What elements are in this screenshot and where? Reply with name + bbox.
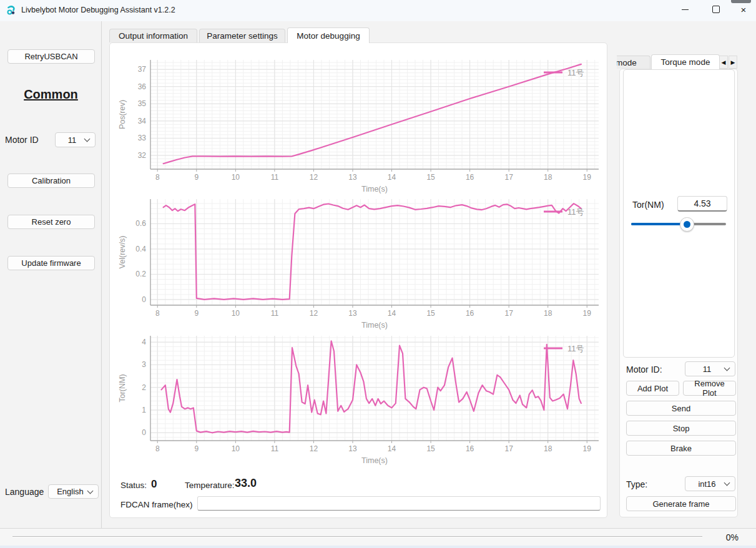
svg-text:16: 16 [466,309,474,318]
tab-mode-partial[interactable]: mode [617,56,650,69]
maximize-icon [712,6,720,13]
svg-text:16: 16 [466,444,474,453]
calibration-label: Calibration [32,176,71,185]
motor-id-dropdown[interactable]: 11 [55,132,96,147]
fdcan-frame-input[interactable] [197,496,601,511]
chevron-down-icon [724,480,730,486]
svg-text:10: 10 [232,444,240,453]
tor-nm-input[interactable] [677,196,727,212]
svg-text:Vel(rev/s): Vel(rev/s) [118,236,127,269]
reset-zero-label: Reset zero [32,217,71,227]
maximize-button[interactable] [702,0,730,19]
svg-text:Time(s): Time(s) [361,185,388,193]
slider-thumb[interactable] [680,217,694,232]
svg-text:8: 8 [155,309,160,318]
svg-text:Tor(NM): Tor(NM) [118,374,127,402]
minimize-icon [682,9,689,10]
remove-plot-button[interactable]: Remove Plot [683,381,736,396]
svg-text:0.6: 0.6 [135,219,146,228]
reset-zero-button[interactable]: Reset zero [7,215,95,229]
brake-button[interactable]: Brake [626,441,736,456]
language-label: Language [5,487,44,497]
tab-scroll-right-button[interactable]: ▶ [729,56,737,69]
svg-text:1: 1 [142,406,146,414]
motor-id-value: 11 [68,135,77,145]
tab-parameter-settings[interactable]: Parameter settings [199,29,285,42]
add-plot-label: Add Plot [637,384,668,393]
chevron-down-icon [724,365,730,371]
svg-text:19: 19 [583,444,592,453]
type-dropdown[interactable]: int16 [685,476,735,491]
update-firmware-button[interactable]: Update firmware [7,256,95,270]
tab-scroll-left-button[interactable]: ◀ [719,56,728,69]
svg-text:8: 8 [155,173,160,182]
svg-text:11号: 11号 [567,344,584,353]
language-dropdown[interactable]: English [48,484,99,499]
motor-debugging-panel: 8910111213141516171819323334353637Pos(re… [109,42,607,518]
right-motor-id-dropdown[interactable]: 11 [685,361,735,376]
minimize-button[interactable] [670,0,699,19]
tab-label: mode [617,58,637,67]
fdcan-frame-label: FDCAN frame(hex) [120,500,193,509]
svg-text:Time(s): Time(s) [361,456,388,465]
type-label: Type: [626,479,647,489]
svg-text:11号: 11号 [567,207,584,217]
calibration-button[interactable]: Calibration [7,174,95,188]
svg-text:2: 2 [142,383,146,392]
svg-text:36: 36 [138,82,147,91]
svg-text:12: 12 [310,309,318,318]
svg-text:12: 12 [310,444,318,453]
svg-text:0.2: 0.2 [135,270,146,278]
tab-motor-debugging[interactable]: Motor debugging [287,27,370,43]
svg-text:11: 11 [271,444,279,453]
tab-label: Motor debugging [297,31,360,41]
tor-chart[interactable]: 891011121314151617181901234Tor(NM)Time(s… [116,331,606,466]
svg-text:37: 37 [138,65,147,74]
torque-mode-panel: Tor(NM) Motor ID: 11 Add Plot Remove Plo… [619,69,738,517]
send-label: Send [672,404,690,413]
status-value: 0 [151,478,157,491]
torque-control-card: Tor(NM) [623,69,735,358]
progress-percent: 0% [726,532,739,542]
vel-chart[interactable]: 891011121314151617181900.20.40.6Vel(rev/… [116,195,606,331]
svg-text:10: 10 [232,173,240,182]
svg-text:9: 9 [194,309,199,318]
status-bar: 0% [0,528,756,548]
sidebar: RetryUSBCAN Common Motor ID 11 Calibrati… [0,21,102,528]
svg-text:15: 15 [426,173,435,182]
motor-id-label: Motor ID [5,135,39,145]
svg-text:14: 14 [388,309,396,318]
brake-label: Brake [670,444,692,453]
tab-output-information[interactable]: Output information [109,29,197,42]
svg-text:0.4: 0.4 [135,245,146,253]
svg-text:15: 15 [426,444,435,453]
status-label: Status: [120,481,147,490]
svg-text:11: 11 [271,173,279,182]
taskbar-edge [0,546,756,548]
svg-text:35: 35 [138,99,147,108]
type-value: int16 [698,479,715,489]
send-button[interactable]: Send [626,401,736,416]
generate-frame-label: Generate frame [652,499,709,509]
tab-torque-mode[interactable]: Torque mode [651,54,720,69]
retry-usbcan-label: RetryUSBCAN [24,52,77,61]
generate-frame-button[interactable]: Generate frame [626,496,736,511]
svg-text:13: 13 [348,173,357,182]
svg-text:34: 34 [138,117,147,125]
stop-button[interactable]: Stop [626,421,736,436]
mode-panel: mode Torque mode ◀ ▶ Tor(NM) Motor ID: 1… [617,42,750,518]
arrow-left-icon: ◀ [722,59,726,66]
tab-label: Output information [119,31,188,41]
chevron-down-icon [87,487,94,494]
svg-text:19: 19 [583,173,592,182]
retry-usbcan-button[interactable]: RetryUSBCAN [7,49,95,64]
svg-text:18: 18 [544,309,552,318]
svg-text:3: 3 [142,360,146,369]
svg-text:13: 13 [348,444,357,453]
svg-text:11号: 11号 [567,68,584,77]
torque-slider[interactable] [631,217,726,231]
add-plot-button[interactable]: Add Plot [626,381,679,396]
slider-fill [631,223,686,225]
pos-chart[interactable]: 8910111213141516171819323334353637Pos(re… [116,55,606,195]
svg-text:10: 10 [232,309,240,318]
